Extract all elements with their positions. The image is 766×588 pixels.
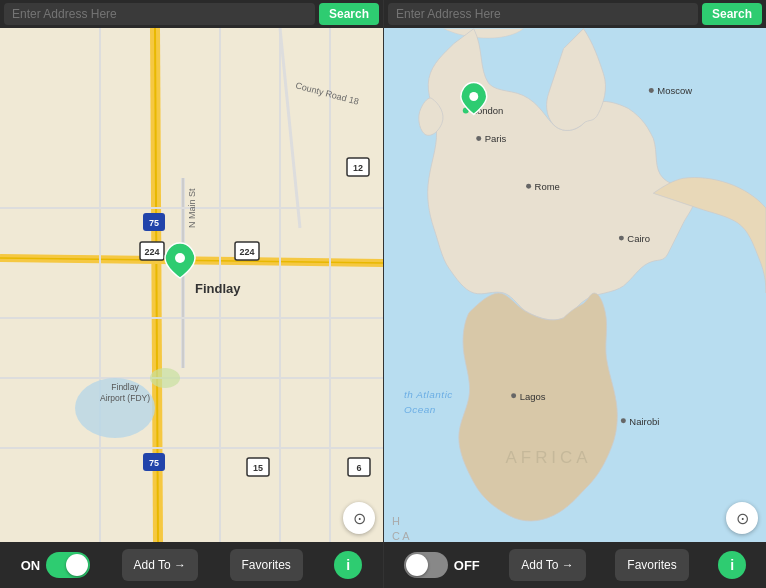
left-panel: Search [0,0,383,588]
right-search-button[interactable]: Search [702,3,762,25]
left-toggle-group: ON [21,552,91,578]
left-toolbar: ON Add To → Favorites i [0,542,383,588]
svg-text:Ocean: Ocean [404,404,436,415]
left-toggle-switch[interactable] [46,552,90,578]
svg-point-35 [649,88,654,93]
svg-point-41 [621,418,626,423]
svg-text:75: 75 [149,218,159,228]
svg-rect-0 [0,28,383,542]
svg-text:AFRICA: AFRICA [506,448,592,467]
right-map[interactable]: th Atlantic Ocean H C A AFRICA London Pa… [384,28,766,542]
svg-text:Findlay: Findlay [111,382,139,392]
svg-text:224: 224 [239,247,254,257]
left-favorites-button[interactable]: Favorites [230,549,303,581]
svg-text:6: 6 [356,463,361,473]
left-add-to-button[interactable]: Add To → [122,549,198,581]
left-search-button[interactable]: Search [319,3,379,25]
svg-text:224: 224 [144,247,159,257]
left-toggle-label: ON [21,558,41,573]
right-location-button[interactable]: ⊙ [726,502,758,534]
left-search-input[interactable] [4,3,315,25]
svg-text:Cairo: Cairo [627,233,650,244]
svg-point-31 [476,136,481,141]
right-search-input[interactable] [388,3,698,25]
right-favorites-button[interactable]: Favorites [615,549,688,581]
svg-text:15: 15 [253,463,263,473]
left-info-button[interactable]: i [334,551,362,579]
svg-text:75: 75 [149,458,159,468]
right-panel: Search th Atlantic Ocean [383,0,766,588]
right-add-to-button[interactable]: Add To → [509,549,585,581]
svg-text:N Main St: N Main St [187,188,197,228]
right-search-bar: Search [384,0,766,28]
right-toggle-knob [406,554,428,576]
svg-point-2 [150,368,180,388]
right-toggle-group: OFF [404,552,480,578]
svg-text:Rome: Rome [535,181,560,192]
left-location-button[interactable]: ⊙ [343,502,375,534]
svg-text:C A: C A [392,530,410,542]
right-toolbar: OFF Add To → Favorites i [384,542,766,588]
left-map[interactable]: 75 75 224 224 12 15 6 N [0,28,383,542]
svg-text:Moscow: Moscow [657,85,692,96]
svg-text:Paris: Paris [485,133,507,144]
svg-text:Airport (FDY): Airport (FDY) [100,393,150,403]
svg-point-39 [511,393,516,398]
svg-point-43 [469,92,478,101]
right-toggle-switch[interactable] [404,552,448,578]
svg-text:Findlay: Findlay [195,281,241,296]
right-toggle-label: OFF [454,558,480,573]
svg-point-22 [175,253,185,263]
svg-point-37 [619,236,624,241]
left-toggle-knob [66,554,88,576]
left-search-bar: Search [0,0,383,28]
svg-point-33 [526,184,531,189]
svg-text:Nairobi: Nairobi [629,416,659,427]
svg-text:H: H [392,515,400,527]
svg-text:Lagos: Lagos [520,391,546,402]
svg-text:th Atlantic: th Atlantic [404,389,453,400]
svg-text:12: 12 [353,163,363,173]
right-info-button[interactable]: i [718,551,746,579]
